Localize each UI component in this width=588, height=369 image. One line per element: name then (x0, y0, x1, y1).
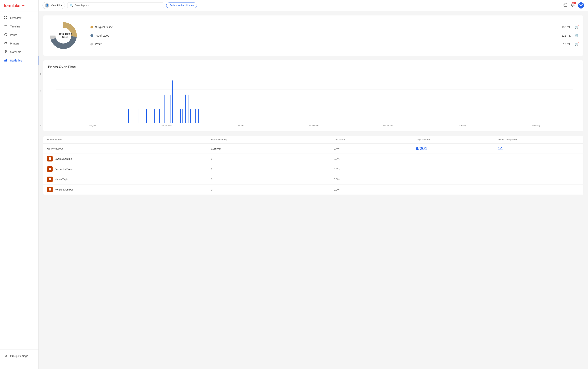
chart-bar (128, 109, 129, 123)
chart-wrapper: 3 2 1 0 August September October Novembe… (48, 73, 579, 127)
search-box[interactable]: 🔍 (67, 2, 164, 8)
notification-badge: 10+ (572, 2, 576, 4)
svg-rect-26 (49, 188, 51, 189)
logo-butterfly-icon: ✦ (22, 3, 25, 8)
gridline-2 (56, 90, 573, 90)
chart-bar (185, 95, 186, 123)
collapse-button[interactable]: ‹ (0, 360, 39, 367)
table-row[interactable]: GuiltyRaccoon 116h 06m 2.4% 9/201 14 (43, 144, 583, 154)
svg-rect-13 (5, 60, 6, 62)
gridline-3 (56, 73, 573, 73)
svg-rect-5 (4, 26, 7, 26)
printer-name-mellow: MellowTapir (55, 178, 68, 181)
notification-icon[interactable]: 10+ (571, 3, 575, 8)
user-icon: 👤 (45, 3, 49, 8)
hours-enchanted: 0 (211, 168, 334, 171)
hours-nonstop: 0 (211, 188, 334, 191)
col-printer-name: Printer Name (47, 138, 211, 141)
search-input[interactable] (75, 4, 161, 7)
svg-marker-11 (4, 50, 7, 52)
resin-legend: Surgical Guide 132 mL 🛒 Tough 2000 112 m… (90, 23, 579, 48)
surgical-cart-icon[interactable]: 🛒 (575, 25, 579, 29)
white-name: White (95, 42, 557, 46)
legend-item-white: White 13 mL 🛒 (90, 40, 579, 48)
content: Total Resin Used Surgical Guide 132 mL 🛒… (39, 11, 588, 369)
statistics-icon (4, 59, 8, 62)
y-label-3: 3 (40, 73, 41, 75)
printer-name-cell-mellow: MellowTapir (47, 177, 211, 182)
gridline-1 (56, 106, 573, 106)
sidebar-item-timeline[interactable]: Timeline (0, 22, 39, 31)
group-settings[interactable]: ⚙ Group Settings (0, 352, 39, 360)
donut-title-text: Total Resin Used (59, 32, 72, 39)
legend-item-surgical: Surgical Guide 132 mL 🛒 (90, 23, 579, 31)
svg-rect-24 (49, 178, 51, 179)
view-all-button[interactable]: 👤 View All ▾ (42, 2, 65, 9)
avatar[interactable]: VV (578, 2, 584, 9)
hours-swanky: 0 (211, 157, 334, 160)
printer-icon-enchanted (47, 166, 53, 172)
svg-rect-14 (6, 59, 7, 62)
table-row[interactable]: NonstopGomboc 0 0.0% (43, 184, 583, 195)
white-cart-icon[interactable]: 🛒 (575, 42, 579, 46)
dropdown-icon: ▾ (61, 4, 62, 7)
printer-name-guiltyraccoon: GuiltyRaccoon (47, 147, 211, 150)
sidebar-bottom: ⚙ Group Settings ‹ (0, 349, 39, 369)
chart-bar (159, 109, 160, 123)
svg-marker-7 (4, 33, 7, 36)
logo: formlabs ✦ (0, 0, 39, 11)
svg-rect-6 (4, 27, 7, 27)
sidebar-item-printers[interactable]: Printers (0, 39, 39, 48)
y-axis: 3 2 1 0 (40, 73, 41, 127)
printer-icon-mellow (47, 177, 53, 182)
chart-bar (198, 109, 199, 123)
chart-bar (195, 109, 196, 123)
tough-amount: 112 mL (559, 34, 571, 37)
printer-name-cell-swanky: SwankySardine (47, 156, 211, 162)
table-row[interactable]: SwankySardine 0 0.0% (43, 154, 583, 164)
tough-cart-icon[interactable]: 🛒 (575, 34, 579, 37)
printer-icon-swanky (47, 156, 53, 162)
group-settings-label: Group Settings (10, 355, 28, 358)
chart-section: Prints Over Time 3 2 1 0 August Septembe… (43, 60, 583, 131)
col-prints-completed: Prints Completed (498, 138, 579, 141)
tough-name: Tough 2000 (95, 34, 557, 37)
svg-rect-20 (49, 157, 51, 158)
svg-rect-1 (6, 16, 7, 17)
sidebar-item-prints[interactable]: Prints (0, 31, 39, 39)
sidebar-item-printers-label: Printers (10, 42, 19, 45)
svg-rect-9 (5, 42, 7, 43)
sidebar-item-timeline-label: Timeline (10, 25, 20, 28)
chart-bar (180, 109, 181, 123)
sidebar-item-materials[interactable]: Materials (0, 48, 39, 56)
utilization-mellow: 0.0% (334, 178, 416, 181)
svg-point-10 (6, 43, 7, 43)
printer-name-cell-nonstop: NonstopGomboc (47, 187, 211, 192)
surgical-dot (90, 26, 93, 28)
old-view-button[interactable]: Switch to the old view (166, 2, 197, 8)
sidebar-nav: Overview Timeline Prints Printers Materi… (0, 11, 39, 349)
x-label-sep: September (130, 124, 203, 127)
printer-name-nonstop: NonstopGomboc (55, 188, 73, 191)
x-label-nov: November (277, 124, 351, 127)
chart-bar (170, 95, 170, 123)
cart-header-icon[interactable] (563, 3, 568, 8)
sidebar-item-statistics-label: Statistics (10, 59, 22, 62)
timeline-icon (4, 25, 8, 28)
surgical-name: Surgical Guide (95, 26, 557, 29)
table-row[interactable]: MellowTapir 0 0.0% (43, 174, 583, 184)
sidebar-item-statistics[interactable]: Statistics (0, 56, 39, 65)
sidebar-item-overview[interactable]: Overview (0, 14, 39, 22)
col-days-printed: Days Printed (416, 138, 498, 141)
hours-mellow: 0 (211, 178, 334, 181)
svg-rect-23 (49, 178, 51, 180)
header: 👤 View All ▾ 🔍 Switch to the old view 10… (39, 0, 588, 11)
chart-bar (188, 95, 189, 123)
table-row[interactable]: EnchantedCrane 0 0.0% (43, 164, 583, 174)
sidebar-item-materials-label: Materials (10, 51, 21, 54)
svg-rect-2 (4, 18, 5, 19)
printer-table: Printer Name Hours Printing Utilization … (43, 136, 583, 195)
svg-rect-3 (6, 18, 7, 19)
settings-icon: ⚙ (4, 354, 8, 358)
chart-area (56, 73, 573, 123)
